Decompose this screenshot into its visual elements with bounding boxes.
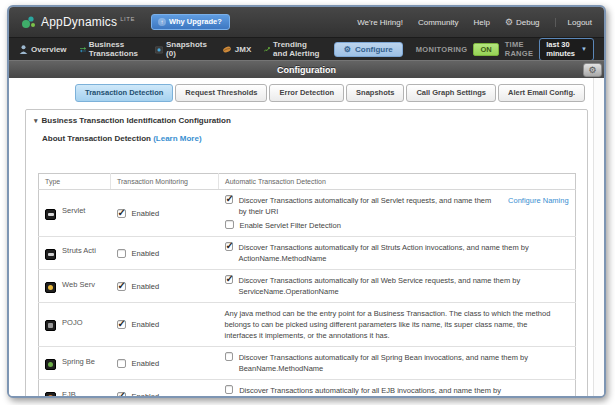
nav-item-business-transactions[interactable]: Business Transactions	[80, 40, 142, 58]
community-link[interactable]: Community	[418, 18, 458, 27]
upgrade-label: Why Upgrade?	[169, 17, 222, 26]
struts-type-icon	[45, 249, 56, 260]
why-upgrade-button[interactable]: ↑ Why Upgrade?	[151, 14, 230, 30]
logout-link[interactable]: Logout	[555, 18, 592, 27]
discover-servlet-checkbox[interactable]: ✓	[225, 195, 233, 204]
type-label: EJB	[62, 390, 76, 399]
type-label: Spring Be	[62, 357, 95, 366]
enabled-checkbox[interactable]: ✓	[117, 209, 126, 218]
servlet-filter-checkbox[interactable]	[225, 220, 234, 229]
detection-text: Discover Transactions automatically for …	[239, 385, 568, 398]
help-link[interactable]: Help	[473, 18, 489, 27]
table-row-struts: Struts Acti Enabled ✓ Discover Transacti…	[39, 237, 576, 270]
chevron-down-icon: ▼	[581, 46, 587, 52]
upgrade-icon: ↑	[158, 18, 166, 26]
gear-icon: ⚙	[505, 17, 513, 27]
debug-link[interactable]: ⚙ Debug	[505, 17, 540, 27]
enabled-checkbox[interactable]: ✓	[117, 392, 126, 399]
detection-text: Discover Transactions automatically for …	[239, 352, 569, 374]
app-window: AppDynamics LITE ↑ Why Upgrade? We're Hi…	[7, 5, 606, 398]
configure-naming-link[interactable]: Configure Naming	[508, 195, 568, 206]
jmx-icon	[222, 45, 232, 54]
table-row-ejb: EJB ✓ Enabled Discover Transactions auto…	[39, 380, 576, 399]
tab-snapshots[interactable]: Snapshots	[346, 84, 404, 102]
configuration-title-bar: Configuration ⚙	[9, 60, 604, 78]
tab-call-graph-settings[interactable]: Call Graph Settings	[406, 84, 496, 102]
bt-identification-section: ▾ Business Transaction Identification Co…	[25, 109, 588, 398]
section-title: Business Transaction Identification Conf…	[42, 116, 231, 125]
monitoring-label: MONITORING	[416, 45, 468, 54]
nav-item-overview[interactable]: Overview	[19, 45, 67, 54]
discover-ejb-checkbox[interactable]	[225, 385, 234, 394]
table-row-servlet: Servlet ✓ Enabled ✓ Discover Transaction…	[39, 190, 576, 237]
detection-text: Enable Servlet Filter Detection	[240, 220, 341, 231]
table-row-web-service: Web Serv ✓ Enabled ✓ Discover Transactio…	[39, 270, 576, 303]
discover-struts-checkbox[interactable]: ✓	[225, 242, 233, 251]
type-label: POJO	[62, 318, 82, 327]
detection-text: Discover Transactions automatically for …	[239, 275, 569, 297]
enabled-checkbox[interactable]: ✓	[117, 282, 126, 291]
appdynamics-logo-icon	[21, 15, 36, 29]
monitoring-on-badge[interactable]: ON	[473, 43, 498, 56]
tab-request-thresholds[interactable]: Request Thresholds	[175, 84, 267, 102]
business-transactions-icon	[80, 45, 86, 54]
ejb-type-icon	[45, 392, 56, 399]
detection-text: Discover Transactions automatically for …	[239, 242, 569, 264]
time-range-label: TIME RANGE	[505, 40, 534, 58]
tab-error-detection[interactable]: Error Detection	[269, 84, 344, 102]
debug-label: Debug	[516, 18, 540, 27]
enabled-label: Enabled	[132, 209, 160, 218]
appdynamics-logo: AppDynamics LITE	[21, 15, 135, 29]
overview-icon	[19, 45, 28, 54]
enabled-label: Enabled	[132, 249, 160, 258]
nav-item-jmx[interactable]: JMX	[222, 45, 251, 54]
configure-button[interactable]: ⚙ Configure	[334, 42, 403, 57]
pojo-type-icon	[45, 320, 56, 331]
tab-transaction-detection[interactable]: Transaction Detection	[75, 84, 173, 102]
nav-item-trending-alerting[interactable]: Trending and Alerting	[264, 40, 321, 58]
discover-webservice-checkbox[interactable]: ✓	[225, 275, 233, 284]
transaction-detection-table: Type Transaction Monitoring Automatic Tr…	[38, 173, 576, 398]
spring-bean-type-icon	[45, 359, 56, 370]
pojo-description: Any java method can be the entry point f…	[225, 308, 569, 341]
collapse-caret-icon: ▾	[34, 117, 38, 125]
learn-more-link[interactable]: (Learn More)	[153, 134, 201, 143]
gear-icon: ⚙	[344, 45, 351, 54]
enabled-label: Enabled	[132, 359, 160, 368]
type-label: Web Serv	[62, 280, 95, 289]
discover-springbean-checkbox[interactable]	[225, 352, 233, 361]
web-service-type-icon	[45, 282, 56, 293]
enabled-checkbox[interactable]: ✓	[117, 320, 126, 329]
content-area: Transaction Detection Request Thresholds…	[9, 78, 604, 398]
about-text: About Transaction Detection	[42, 134, 151, 143]
nav-item-snapshots[interactable]: Snapshots (0)	[155, 40, 209, 58]
nav-bar: Overview Business Transactions Snapshots…	[9, 37, 604, 60]
enabled-checkbox[interactable]	[117, 359, 126, 368]
edition-label: LITE	[120, 16, 135, 22]
top-bar: AppDynamics LITE ↑ Why Upgrade? We're Hi…	[9, 7, 604, 37]
column-header-monitoring: Transaction Monitoring	[111, 174, 219, 190]
brand-name: AppDynamics	[41, 15, 117, 29]
snapshots-icon	[155, 45, 163, 54]
time-range-dropdown[interactable]: last 30 minutes ▼	[539, 38, 594, 61]
time-range-value: last 30 minutes	[546, 40, 575, 58]
column-header-type: Type	[39, 174, 111, 190]
table-row-pojo: POJO ✓ Enabled Any java method can be th…	[39, 303, 576, 347]
enabled-label: Enabled	[132, 282, 160, 291]
servlet-type-icon	[45, 209, 56, 220]
detection-text: Discover Transactions automatically for …	[239, 195, 496, 217]
enabled-label: Enabled	[132, 392, 160, 399]
enabled-checkbox[interactable]	[117, 249, 126, 258]
enabled-label: Enabled	[132, 320, 160, 329]
page-title: Configuration	[277, 65, 336, 75]
scrollbar-track[interactable]	[593, 78, 604, 398]
section-header[interactable]: ▾ Business Transaction Identification Co…	[34, 116, 577, 125]
hiring-link[interactable]: We're Hiring!	[357, 18, 403, 27]
table-row-spring-bean: Spring Be Enabled Discover Transactions …	[39, 347, 576, 380]
tab-alert-email-config[interactable]: Alert Email Config.	[498, 84, 585, 102]
settings-gear-button[interactable]: ⚙	[583, 63, 602, 77]
trending-icon	[264, 45, 270, 54]
config-tabs: Transaction Detection Request Thresholds…	[75, 84, 604, 102]
type-label: Struts Acti	[62, 246, 96, 255]
type-label: Servlet	[62, 206, 85, 215]
